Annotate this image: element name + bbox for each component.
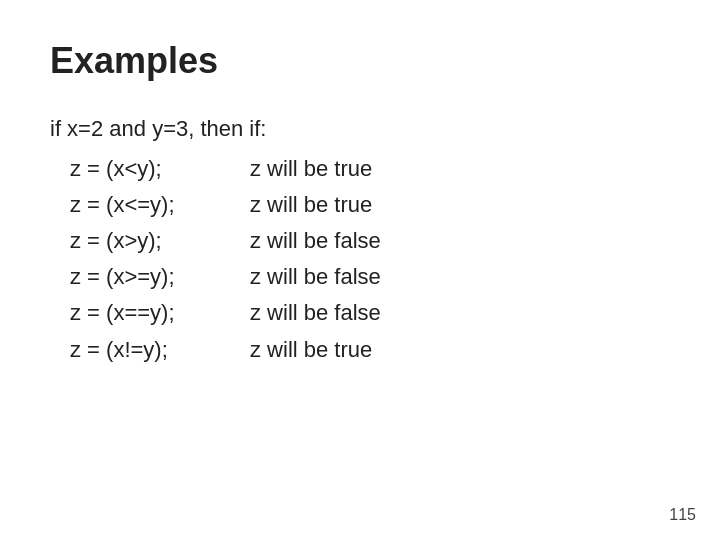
code-cell: z = (x>y); — [70, 224, 250, 258]
code-cell: z = (x==y); — [70, 296, 250, 330]
result-cell: z will be false — [250, 260, 381, 294]
result-cell: z will be false — [250, 296, 381, 330]
slide: Examples if x=2 and y=3, then if: z = (x… — [0, 0, 720, 540]
page-number: 115 — [669, 506, 696, 524]
result-cell: z will be true — [250, 152, 372, 186]
slide-title: Examples — [50, 40, 670, 82]
examples-table: z = (x<y);z will be truez = (x<=y);z wil… — [70, 152, 670, 367]
table-row: z = (x>=y);z will be false — [70, 260, 670, 294]
result-cell: z will be false — [250, 224, 381, 258]
table-row: z = (x!=y);z will be true — [70, 333, 670, 367]
result-cell: z will be true — [250, 333, 372, 367]
result-cell: z will be true — [250, 188, 372, 222]
code-cell: z = (x<=y); — [70, 188, 250, 222]
table-row: z = (x>y);z will be false — [70, 224, 670, 258]
code-cell: z = (x>=y); — [70, 260, 250, 294]
table-row: z = (x<=y);z will be true — [70, 188, 670, 222]
table-row: z = (x==y);z will be false — [70, 296, 670, 330]
intro-line: if x=2 and y=3, then if: — [50, 112, 670, 146]
code-cell: z = (x<y); — [70, 152, 250, 186]
code-cell: z = (x!=y); — [70, 333, 250, 367]
slide-content: if x=2 and y=3, then if: z = (x<y);z wil… — [50, 112, 670, 367]
table-row: z = (x<y);z will be true — [70, 152, 670, 186]
